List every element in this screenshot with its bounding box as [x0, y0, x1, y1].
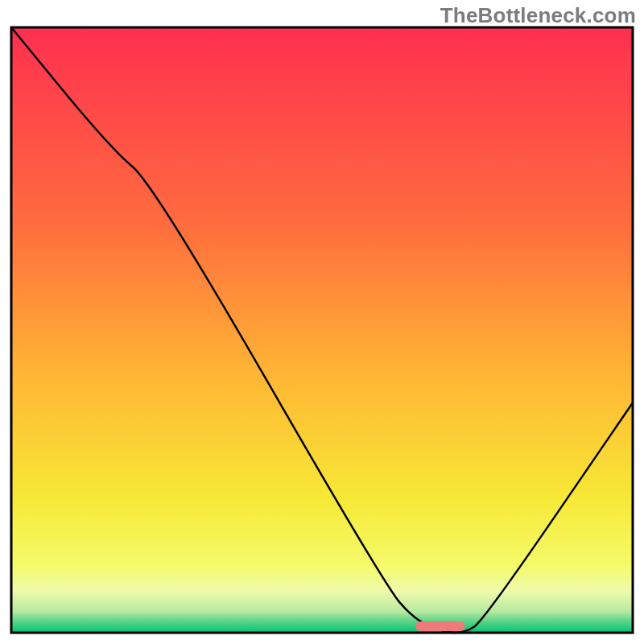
bottleneck-chart: [0, 0, 644, 644]
watermark-text: TheBottleneck.com: [440, 3, 636, 28]
chart-container: TheBottleneck.com: [0, 0, 644, 644]
optimum-marker: [415, 621, 465, 631]
plot-background: [11, 27, 633, 633]
